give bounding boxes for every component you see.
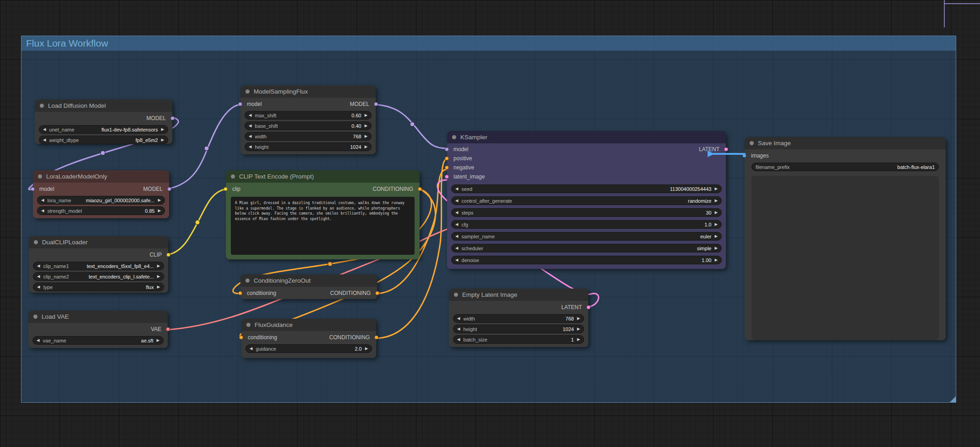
vae-output-port[interactable] [166,327,170,331]
widget-scheduler[interactable]: ◀ scheduler simple ▶ [451,244,722,252]
increment-icon[interactable]: ▶ [157,285,160,289]
node-model-sampling-flux[interactable]: ModelSamplingFlux model MODEL ◀ max_shif… [240,85,376,154]
conditioning-input-port[interactable] [238,291,242,295]
increment-icon[interactable]: ▶ [714,258,718,262]
decrement-icon[interactable]: ◀ [455,187,458,191]
increment-icon[interactable]: ▶ [714,246,718,250]
widget-clip-name1[interactable]: ◀ clip_name1 text_encoders_t5xxl_fp8_e4.… [33,262,164,270]
increment-icon[interactable]: ▶ [365,347,368,351]
decrement-icon[interactable]: ◀ [455,210,458,215]
increment-icon[interactable]: ▶ [714,199,718,203]
widget-batch-size[interactable]: ◀ batch_size 1 ▶ [453,335,584,344]
node-header[interactable]: Load VAE [28,310,168,323]
group-header[interactable] [21,36,956,51]
collapse-dot[interactable] [245,279,250,283]
node-conditioning-zero-out[interactable]: ConditioningZeroOut conditioning CONDITI… [240,274,377,299]
decrement-icon[interactable]: ◀ [41,209,44,213]
node-header[interactable]: CLIP Text Encode (Prompt) [226,170,420,183]
node-header[interactable]: Empty Latent Image [449,289,588,301]
widget-denoise[interactable]: ◀ denoise 1.00 ▶ [451,256,722,264]
widget-sampler-name[interactable]: ◀ sampler_name euler ▶ [451,232,722,241]
increment-icon[interactable]: ▶ [364,113,368,117]
negative-input-port[interactable] [445,166,449,170]
node-header[interactable]: FluxGuidance [241,319,376,331]
increment-icon[interactable]: ▶ [364,124,368,128]
decrement-icon[interactable]: ◀ [455,234,458,238]
increment-icon[interactable]: ▶ [157,274,160,279]
widget-width[interactable]: ◀ width 768 ▶ [245,132,372,141]
widget-lora-name[interactable]: ◀ lora_name miaozu_girl_000002000.safe..… [37,196,165,205]
increment-icon[interactable]: ▶ [157,264,160,268]
conditioning-output-port[interactable] [374,336,378,340]
conditioning-output-port[interactable] [375,291,379,295]
increment-icon[interactable]: ▶ [156,338,160,342]
widget-filename-prefix[interactable]: filename_prefix batch-flux-elara1 [751,163,939,171]
images-input-port[interactable] [742,154,746,158]
widget-max-shift[interactable]: ◀ max_shift 0.60 ▶ [245,111,372,120]
node-flux-guidance[interactable]: FluxGuidance conditioning CONDITIONING ◀… [241,319,376,358]
increment-icon[interactable]: ▶ [714,210,718,215]
widget-vae-name[interactable]: ◀ vae_name ae.sft ▶ [32,336,164,345]
collapse-dot[interactable] [231,174,235,179]
increment-icon[interactable]: ▶ [714,222,718,226]
increment-icon[interactable]: ▶ [158,198,161,202]
node-header[interactable]: ModelSamplingFlux [240,85,376,98]
widget-clip-name2[interactable]: ◀ clip_name2 text_encoders_clip_l.safete… [33,272,164,281]
model-output-port[interactable] [170,116,175,121]
widget-height[interactable]: ◀ height 1024 ▶ [245,142,372,151]
decrement-icon[interactable]: ◀ [457,337,460,342]
decrement-icon[interactable]: ◀ [455,246,458,250]
collapse-dot[interactable] [452,135,456,139]
positive-input-port[interactable] [445,157,449,161]
collapse-dot[interactable] [245,89,250,94]
decrement-icon[interactable]: ◀ [457,327,460,331]
collapse-dot[interactable] [33,315,37,319]
node-lora-loader-model-only[interactable]: LoraLoaderModelOnly model MODEL ◀ lora_n… [33,170,169,218]
decrement-icon[interactable]: ◀ [249,113,252,117]
increment-icon[interactable]: ▶ [577,337,580,342]
widget-width[interactable]: ◀ width 768 ▶ [453,314,584,323]
decrement-icon[interactable]: ◀ [37,264,40,268]
widget-weight-dtype[interactable]: ◀ weight_dtype fp8_e5m2 ▶ [39,136,168,144]
latent-image-input-port[interactable] [445,175,449,179]
widget-unet-name[interactable]: ◀ unet_name flux1-dev-fp8.safetensors ▶ [39,125,168,134]
collapse-dot[interactable] [38,174,42,179]
widget-steps[interactable]: ◀ steps 30 ▶ [451,208,722,217]
node-graph-canvas[interactable]: Flux Lora Workflow [0,0,980,447]
decrement-icon[interactable]: ◀ [37,285,40,289]
node-clip-text-encode[interactable]: CLIP Text Encode (Prompt) clip CONDITION… [226,170,420,259]
collapse-dot[interactable] [40,104,44,108]
decrement-icon[interactable]: ◀ [455,222,458,226]
widget-strength-model[interactable]: ◀ strength_model 0.85 ▶ [37,206,165,215]
decrement-icon[interactable]: ◀ [455,258,458,262]
increment-icon[interactable]: ▶ [161,127,164,131]
increment-icon[interactable]: ▶ [577,327,580,331]
increment-icon[interactable]: ▶ [161,138,164,142]
node-dual-clip-loader[interactable]: DualCLIPLoader CLIP ◀ clip_name1 text_en… [29,236,168,293]
node-empty-latent-image[interactable]: Empty Latent Image LATENT ◀ width 768 ▶ … [449,289,588,347]
decrement-icon[interactable]: ◀ [37,338,40,342]
increment-icon[interactable]: ▶ [714,234,718,238]
node-header[interactable]: Save Image [745,137,946,149]
node-header[interactable]: DualCLIPLoader [29,236,168,248]
collapse-dot[interactable] [34,240,38,244]
group-resize-handle[interactable] [950,396,956,402]
conditioning-output-port[interactable] [418,187,422,191]
node-load-diffusion-model[interactable]: Load Diffusion Model MODEL ◀ unet_name f… [35,100,172,144]
node-ksampler[interactable]: KSampler model LATENT positive negative … [447,131,726,269]
node-header[interactable]: KSampler [447,131,726,143]
widget-seed[interactable]: ◀ seed 113004000254443 ▶ [451,184,722,193]
model-input-port[interactable] [445,147,449,152]
decrement-icon[interactable]: ◀ [43,138,46,142]
model-output-port[interactable] [374,102,378,106]
prompt-textarea[interactable]: A Miao girl, dressed in a dazzling tradi… [231,197,415,255]
decrement-icon[interactable]: ◀ [249,145,252,149]
decrement-icon[interactable]: ◀ [457,316,460,321]
decrement-icon[interactable]: ◀ [249,134,252,138]
node-save-image[interactable]: Save Image images filename_prefix batch-… [745,137,946,340]
latent-output-port[interactable] [586,305,591,310]
model-input-port[interactable] [238,102,242,106]
increment-icon[interactable]: ▶ [714,187,718,191]
decrement-icon[interactable]: ◀ [250,347,253,351]
collapse-dot[interactable] [454,293,458,297]
